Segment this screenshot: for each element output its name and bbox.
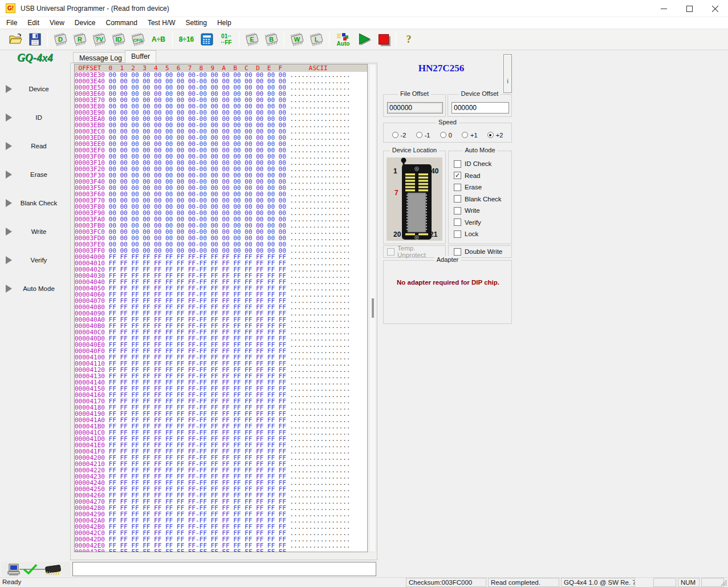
double-write-checkbox[interactable]: [454, 248, 461, 256]
sidebar-item-label: Device: [12, 86, 66, 92]
speed-radio-minus1[interactable]: -1: [416, 132, 430, 139]
toolbar-read-button[interactable]: R: [71, 30, 89, 48]
toolbar-auto-button[interactable]: Auto: [333, 30, 353, 48]
toolbar-id-button[interactable]: ID: [109, 30, 128, 48]
tab-buffer[interactable]: Buffer: [125, 50, 156, 63]
toolbar-open-button[interactable]: [6, 30, 25, 48]
checkbox-label: Read: [465, 172, 481, 179]
toolbar-write-button[interactable]: W: [288, 30, 306, 48]
status-blank-panel: [653, 578, 676, 587]
chip-name: HN27C256: [379, 63, 503, 74]
toolbar-stop-button[interactable]: [374, 30, 392, 48]
window-title: USB Universal Programmer - (Read from de…: [21, 5, 169, 13]
arrow-right-icon: [6, 85, 12, 93]
toolbar-invert-01-ff-button[interactable]: 01····FF: [217, 30, 235, 48]
sidebar-item-blank-check[interactable]: Blank Check: [0, 195, 70, 211]
minimize-button[interactable]: [651, 0, 677, 17]
auto-mode-id-check[interactable]: ID Check: [454, 158, 511, 170]
temp-unprotect-checkbox[interactable]: [387, 248, 394, 256]
status-checksum: Checksum:003FC000: [406, 578, 486, 587]
arrow-right-icon: [6, 142, 12, 150]
toolbar-erase-button[interactable]: E: [243, 30, 261, 48]
menu-edit[interactable]: Edit: [22, 18, 44, 28]
auto-mode-write[interactable]: Write: [454, 205, 511, 217]
speed-radio-plus2[interactable]: +2: [487, 132, 503, 139]
sidebar-item-auto-mode[interactable]: Auto Mode: [0, 281, 70, 297]
maximize-button[interactable]: [677, 0, 702, 17]
toolbar-run-button[interactable]: [355, 30, 373, 48]
toolbar-separator: [329, 32, 330, 47]
radio-icon: [392, 132, 398, 138]
pin-number-1: 1: [393, 167, 397, 175]
auto-mode-lock[interactable]: Lock: [454, 228, 511, 240]
auto-mode-read[interactable]: ✓Read: [454, 170, 511, 182]
menu-test-h-w[interactable]: Test H/W: [143, 18, 181, 28]
file-offset-input[interactable]: [387, 102, 443, 114]
auto-mode-blank-check[interactable]: Blank Check: [454, 193, 511, 205]
toolbar-compare-a-b-button[interactable]: A÷B: [148, 30, 169, 48]
tab-control: Message Log Buffer OFFSET 0 1 2 3 4 5 6 …: [70, 50, 377, 560]
hex-editor[interactable]: OFFSET 0 1 2 3 4 5 6 7 8 9 A B C D E F A…: [74, 64, 368, 552]
erase-icon: E: [245, 32, 259, 47]
toolbar-separator: [172, 32, 173, 47]
menu-file[interactable]: File: [1, 18, 22, 28]
sidebar: GQ-4x4 Device ID Read Erase Blank Check …: [0, 50, 70, 577]
blank-check-icon: B: [264, 32, 279, 47]
save-icon: [27, 32, 42, 47]
svg-text:?: ?: [406, 34, 412, 45]
sidebar-item-verify[interactable]: Verify: [0, 252, 70, 268]
vertical-scrollbar[interactable]: [369, 64, 376, 552]
toolbar-blank-check-button[interactable]: B: [262, 30, 280, 48]
sidebar-item-read[interactable]: Read: [0, 138, 70, 154]
status-ready: Ready: [2, 578, 21, 585]
sidebar-item-write[interactable]: Write: [0, 224, 70, 240]
toolbar-verify-device-button[interactable]: ?V: [90, 30, 108, 48]
read-icon: R: [72, 32, 87, 47]
toolbar-save-button[interactable]: [26, 30, 44, 48]
buffer-edit-field[interactable]: [72, 562, 376, 576]
auto-mode-group: Auto Mode ID Check✓ReadEraseBlank CheckW…: [448, 151, 512, 244]
pin-number-20: 20: [393, 230, 401, 238]
app-icon: G!: [6, 3, 15, 13]
buffer-tab-page: OFFSET 0 1 2 3 4 5 6 7 8 9 A B C D E F A…: [70, 63, 377, 560]
toolbar-config-button[interactable]: CFG: [129, 30, 147, 48]
toolbar-device-button[interactable]: D: [51, 30, 70, 48]
device-panel: HN27C256 i File Offset Device Offset Spe…: [379, 50, 516, 577]
auto-mode-erase[interactable]: Erase: [454, 181, 511, 193]
svg-text:W: W: [294, 36, 300, 43]
sidebar-item-device[interactable]: Device: [0, 81, 70, 97]
menu-help[interactable]: Help: [212, 18, 237, 28]
sidebar-item-erase[interactable]: Erase: [0, 167, 70, 183]
chip-info-button[interactable]: i: [503, 54, 512, 93]
app-logo: GQ-4x4: [0, 51, 70, 64]
double-write-label: Double Write: [465, 248, 502, 255]
speed-option-label: 0: [449, 132, 452, 139]
speed-radio-0[interactable]: 0: [440, 132, 452, 139]
menu-setting[interactable]: Setting: [181, 18, 212, 28]
file-offset-group: File Offset: [383, 94, 446, 117]
toolbar-calculator-button[interactable]: [198, 30, 216, 48]
resize-grip[interactable]: [720, 579, 727, 586]
speed-radio-plus1[interactable]: +1: [462, 132, 478, 139]
checkbox-icon: [454, 207, 461, 214]
checkbox-icon: [454, 160, 461, 168]
menu-device[interactable]: Device: [70, 18, 101, 28]
toolbar-lock-button[interactable]: L: [307, 30, 326, 48]
menu-command[interactable]: Command: [101, 18, 143, 28]
speed-option-label: -2: [401, 132, 406, 139]
sidebar-item-id[interactable]: ID: [0, 110, 70, 126]
toolbar-swap-8-16-button[interactable]: 8÷16: [176, 30, 197, 48]
close-button[interactable]: [702, 0, 728, 17]
toolbar-separator: [47, 32, 48, 47]
vertical-scrollbar-thumb[interactable]: [372, 298, 374, 318]
tab-message-log[interactable]: Message Log: [73, 52, 128, 63]
speed-radio-minus2[interactable]: -2: [392, 132, 406, 139]
toolbar-help-button[interactable]: ?: [400, 30, 418, 48]
device-offset-input[interactable]: [452, 102, 509, 114]
svg-text:E: E: [250, 36, 254, 43]
config-icon: CFG: [131, 32, 145, 47]
menu-view[interactable]: View: [44, 18, 70, 28]
checkbox-icon: [454, 195, 461, 203]
auto-mode-verify[interactable]: Verify: [454, 217, 511, 229]
device-icon: D: [53, 32, 68, 47]
